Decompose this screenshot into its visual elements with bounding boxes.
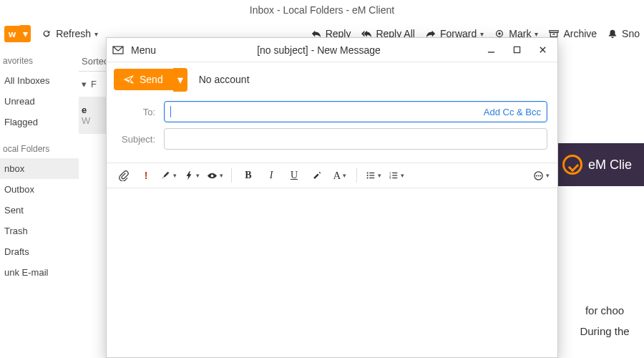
priority-button[interactable]: ! xyxy=(137,166,155,185)
send-dropdown[interactable]: ▾ xyxy=(173,68,187,92)
svg-point-21 xyxy=(535,175,537,176)
compose-window: Menu [no subject] - New Message Send ▾ N… xyxy=(106,37,558,358)
svg-rect-4 xyxy=(553,34,556,34)
svg-point-1 xyxy=(499,32,502,35)
archive-label: Archive xyxy=(563,28,597,39)
insert-button[interactable] xyxy=(182,166,201,185)
mail-icon xyxy=(112,44,124,56)
svg-rect-7 xyxy=(514,47,519,52)
font-a-icon: A xyxy=(333,170,341,182)
svg-text:3: 3 xyxy=(389,176,391,180)
bell-icon xyxy=(607,28,618,39)
svg-point-10 xyxy=(367,175,369,176)
sidebar-item-unread[interactable]: Unread xyxy=(0,91,79,112)
brush-icon xyxy=(161,170,171,180)
sidebar-item-flagged[interactable]: Flagged xyxy=(0,112,79,132)
italic-button[interactable]: I xyxy=(262,166,280,185)
minimize-button[interactable] xyxy=(482,41,500,59)
svg-rect-11 xyxy=(369,175,374,175)
local-folders-heading: ocal Folders xyxy=(0,140,79,158)
compose-send-row: Send ▾ No account xyxy=(107,62,557,97)
brand-logo-icon xyxy=(562,155,582,175)
message-sender: e xyxy=(82,105,90,115)
flag-column: F xyxy=(91,79,97,90)
attach-button[interactable] xyxy=(114,166,132,185)
eye-icon xyxy=(207,170,218,181)
send-label: Send xyxy=(140,74,163,85)
snooze-label: Sno xyxy=(622,28,640,39)
highlighter-icon xyxy=(312,170,322,180)
folder-sidebar: avorites All Inboxes Unread Flagged ocal… xyxy=(0,52,79,283)
format-toolbar: ! B I U A 123 xyxy=(107,163,557,188)
numbered-list-button[interactable]: 123 xyxy=(387,166,406,185)
list-numbered-icon: 123 xyxy=(389,170,399,180)
svg-rect-9 xyxy=(369,173,374,173)
add-cc-bcc-link[interactable]: Add Cc & Bcc xyxy=(484,107,541,117)
expand-icon[interactable]: ▾ xyxy=(82,79,87,90)
maximize-button[interactable] xyxy=(507,41,526,59)
refresh-icon xyxy=(41,28,52,39)
sidebar-item-outbox[interactable]: Outbox xyxy=(0,179,79,200)
compose-titlebar: Menu [no subject] - New Message xyxy=(107,38,557,62)
svg-rect-15 xyxy=(392,173,397,173)
svg-point-22 xyxy=(537,175,539,176)
bold-button[interactable]: B xyxy=(239,166,258,185)
list-bullet-icon xyxy=(366,170,376,180)
new-button-dropdown[interactable]: ▾ xyxy=(20,25,31,42)
sidebar-item-inbox[interactable]: nbox xyxy=(0,158,79,179)
svg-rect-6 xyxy=(487,52,494,52)
close-button[interactable] xyxy=(533,41,552,59)
visibility-button[interactable] xyxy=(205,166,224,185)
text-color-button[interactable] xyxy=(160,166,178,185)
account-label[interactable]: No account xyxy=(199,74,250,85)
subject-label: Subject: xyxy=(117,134,155,145)
svg-rect-13 xyxy=(369,178,374,178)
underline-button[interactable]: U xyxy=(285,166,303,185)
to-input[interactable]: Add Cc & Bcc xyxy=(164,101,547,122)
window-title: Inbox - Local Folders - eM Client xyxy=(0,4,644,16)
to-label: To: xyxy=(117,107,155,117)
font-color-button[interactable]: A xyxy=(331,166,349,185)
sidebar-item-trash[interactable]: Trash xyxy=(0,221,79,241)
compose-title: [no subject] - New Message xyxy=(163,44,474,56)
text-caret xyxy=(170,106,171,117)
separator xyxy=(356,168,357,183)
send-icon xyxy=(124,74,134,84)
compose-fields: To: Add Cc & Bcc Subject: xyxy=(107,97,557,163)
svg-point-12 xyxy=(367,177,369,178)
compose-body[interactable] xyxy=(107,188,557,357)
message-preview: W xyxy=(82,115,90,126)
favorites-heading: avorites xyxy=(0,52,79,70)
brand-banner: eM Clie xyxy=(558,143,644,186)
more-icon xyxy=(533,170,544,181)
svg-rect-19 xyxy=(392,178,397,178)
sidebar-item-sent[interactable]: Sent xyxy=(0,200,79,221)
chevron-down-icon: ▾ xyxy=(480,30,484,38)
snooze-button[interactable]: Sno xyxy=(607,28,640,39)
new-button[interactable]: w xyxy=(4,26,20,42)
background-text: for choo During the xyxy=(565,301,644,342)
chevron-down-icon: ▾ xyxy=(94,30,98,38)
chevron-down-icon: ▾ xyxy=(535,30,538,38)
lightning-icon xyxy=(184,170,194,180)
brand-name: eM Clie xyxy=(588,158,632,173)
svg-rect-17 xyxy=(392,175,397,175)
sidebar-item-junk[interactable]: unk E-mail xyxy=(0,262,79,283)
svg-point-8 xyxy=(367,172,369,173)
svg-point-23 xyxy=(540,175,541,176)
send-button[interactable]: Send xyxy=(114,69,173,90)
sidebar-item-drafts[interactable]: Drafts xyxy=(0,241,79,262)
more-options-button[interactable] xyxy=(532,166,550,185)
refresh-label: Refresh xyxy=(56,28,91,39)
highlight-button[interactable] xyxy=(308,166,326,185)
refresh-button[interactable]: Refresh ▾ xyxy=(41,28,98,39)
subject-input[interactable] xyxy=(164,128,547,150)
bullet-list-button[interactable] xyxy=(364,166,383,185)
menu-button[interactable]: Menu xyxy=(131,44,156,56)
paperclip-icon xyxy=(118,170,129,181)
sidebar-item-all-inboxes[interactable]: All Inboxes xyxy=(0,70,79,91)
separator xyxy=(231,168,232,183)
